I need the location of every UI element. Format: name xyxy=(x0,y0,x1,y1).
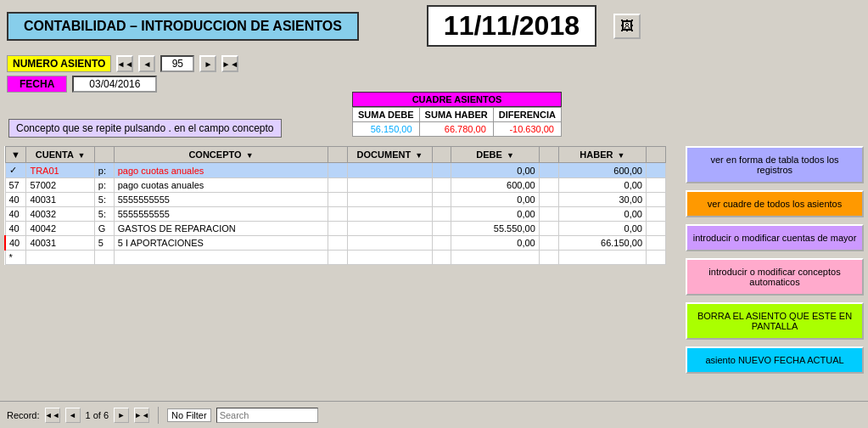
cell-doc[interactable] xyxy=(348,236,432,251)
btn-ver-cuadre[interactable]: ver cuadre de todos los asientos xyxy=(686,190,864,217)
main-table-wrapper: ▼ CUENTA ▼ CONCEPTO ▼ DOCUMENT ▼ DEBE ▼ … xyxy=(4,146,681,398)
status-nav-last[interactable]: ►◄ xyxy=(134,408,149,423)
cell-empty2 xyxy=(432,207,451,222)
cell-empty xyxy=(328,163,348,178)
app-title: CONTABILIDAD – INTRODUCCION DE ASIENTOS xyxy=(7,12,359,41)
table-row[interactable]: 40 40032 5: 5555555555 0,00 0,00 xyxy=(5,207,666,222)
btn-cuentas-mayor[interactable]: introducir o modificar cuentas de mayor xyxy=(686,224,864,251)
asiento-number-input[interactable] xyxy=(160,55,194,72)
th-empty3 xyxy=(432,147,451,163)
cell-haber[interactable]: 0,00 xyxy=(558,178,646,193)
cell-debe[interactable]: 0,00 xyxy=(451,236,539,251)
cell-doc[interactable] xyxy=(348,207,432,222)
cell-cuenta[interactable]: 40042 xyxy=(26,222,94,236)
th-haber[interactable]: HABER ▼ xyxy=(558,147,646,163)
table-row[interactable]: 40 40031 5: 5555555555 0,00 30,00 xyxy=(5,193,666,207)
btn-ver-tabla[interactable]: ver en forma de tabla todos los registro… xyxy=(686,146,864,183)
cell-concepto[interactable]: pago cuotas anuales xyxy=(114,163,328,178)
cell-new-concepto[interactable] xyxy=(114,251,328,265)
cell-empty xyxy=(328,207,348,222)
cell-haber[interactable]: 0,00 xyxy=(558,222,646,236)
cell-empty xyxy=(328,178,348,193)
cuadre-val-debe: 56.150,00 xyxy=(353,122,420,137)
cell-code: G xyxy=(94,222,114,236)
cuadre-col-debe: SUMA DEBE xyxy=(353,108,420,122)
cell-debe[interactable]: 55.550,00 xyxy=(451,222,539,236)
btn-borra-asiento[interactable]: BORRA EL ASIENTO QUE ESTE EN PANTALLA xyxy=(686,302,864,340)
status-nav-next[interactable]: ► xyxy=(114,408,129,423)
cell-new-code xyxy=(94,251,114,265)
cell-cuenta[interactable]: TRA01 xyxy=(26,163,94,178)
cell-new-haber[interactable] xyxy=(558,251,646,265)
cell-debe[interactable]: 600,00 xyxy=(451,178,539,193)
cell-cuenta[interactable]: 57002 xyxy=(26,178,94,193)
th-debe[interactable]: DEBE ▼ xyxy=(451,147,539,163)
cell-empty xyxy=(328,222,348,236)
cuadre-col-haber: SUMA HABER xyxy=(419,108,493,122)
table-row[interactable]: 57 57002 p: pago cuotas anuales 600,00 0… xyxy=(5,178,666,193)
cell-empty4 xyxy=(647,193,666,207)
cell-concepto[interactable]: GASTOS DE REPARACION xyxy=(114,222,328,236)
nav-next-btn[interactable]: ► xyxy=(199,55,216,72)
search-input[interactable] xyxy=(216,408,318,423)
th-cuenta[interactable]: CUENTA ▼ xyxy=(26,147,94,163)
cell-doc[interactable] xyxy=(348,222,432,236)
cell-empty3 xyxy=(539,178,558,193)
cell-cuenta[interactable]: 40031 xyxy=(26,193,94,207)
table-row-new[interactable]: * xyxy=(5,251,666,265)
nav-first-btn[interactable]: ◄◄ xyxy=(116,55,133,72)
cell-debe[interactable]: 0,00 xyxy=(451,163,539,178)
cell-sel: ✓ xyxy=(5,163,26,178)
status-nav-first[interactable]: ◄◄ xyxy=(45,408,60,423)
cell-sel: 40 xyxy=(5,193,26,207)
cell-haber[interactable]: 30,00 xyxy=(558,193,646,207)
cell-debe[interactable]: 0,00 xyxy=(451,207,539,222)
cell-cuenta[interactable]: 40031 xyxy=(26,236,94,251)
table-row[interactable]: ✓ TRA01 p: pago cuotas anuales 0,00 600,… xyxy=(5,163,666,178)
cell-new-debe[interactable] xyxy=(451,251,539,265)
numero-asiento-label: NUMERO ASIENTO xyxy=(7,55,111,72)
cell-new-marker: * xyxy=(5,251,26,265)
th-empty1 xyxy=(94,147,114,163)
th-concepto[interactable]: CONCEPTO ▼ xyxy=(114,147,328,163)
cuadre-val-diff: -10.630,00 xyxy=(493,122,561,137)
nav-last-btn[interactable]: ►◄ xyxy=(221,55,238,72)
cell-new-doc[interactable] xyxy=(348,251,432,265)
cell-empty3 xyxy=(539,222,558,236)
cell-doc[interactable] xyxy=(348,193,432,207)
btn-nuevo-asiento[interactable]: asiento NUEVO FECHA ACTUAL xyxy=(686,346,864,374)
main-table: ▼ CUENTA ▼ CONCEPTO ▼ DOCUMENT ▼ DEBE ▼ … xyxy=(4,146,666,265)
cuadre-table: SUMA DEBE SUMA HABER DIFERENCIA 56.150,0… xyxy=(352,107,562,137)
cell-empty2 xyxy=(432,193,451,207)
cell-empty3 xyxy=(539,207,558,222)
cell-empty4 xyxy=(647,222,666,236)
th-empty5 xyxy=(647,147,666,163)
cell-doc[interactable] xyxy=(348,163,432,178)
th-document[interactable]: DOCUMENT ▼ xyxy=(348,147,432,163)
cell-new-e4 xyxy=(647,251,666,265)
cell-empty3 xyxy=(539,193,558,207)
cell-haber[interactable]: 600,00 xyxy=(558,163,646,178)
cell-concepto[interactable]: 5555555555 xyxy=(114,193,328,207)
cell-haber[interactable]: 66.150,00 xyxy=(558,236,646,251)
cell-concepto[interactable]: pago cuotas anuales xyxy=(114,178,328,193)
btn-conceptos-auto[interactable]: introducir o modificar conceptos automat… xyxy=(686,258,864,296)
cell-haber[interactable]: 0,00 xyxy=(558,207,646,222)
cell-new-cuenta[interactable] xyxy=(26,251,94,265)
cell-concepto[interactable]: 5555555555 xyxy=(114,207,328,222)
fecha-input[interactable] xyxy=(72,76,157,93)
cell-code: p: xyxy=(94,163,114,178)
status-nav-prev[interactable]: ◄ xyxy=(65,408,81,423)
cell-doc[interactable] xyxy=(348,178,432,193)
top-icon-button[interactable]: 🖼 xyxy=(613,14,641,39)
cell-empty4 xyxy=(647,163,666,178)
cell-concepto[interactable]: 5 I APORTACIONES xyxy=(114,236,328,251)
th-empty2 xyxy=(328,147,348,163)
table-row[interactable]: 40 40031 5 5 I APORTACIONES 0,00 66.150,… xyxy=(5,236,666,251)
nav-prev-btn[interactable]: ◄ xyxy=(138,55,155,72)
cell-code: 5: xyxy=(94,193,114,207)
table-row[interactable]: 40 40042 G GASTOS DE REPARACION 55.550,0… xyxy=(5,222,666,236)
cell-debe[interactable]: 0,00 xyxy=(451,193,539,207)
cell-cuenta[interactable]: 40032 xyxy=(26,207,94,222)
cuadre-title: CUADRE ASIENTOS xyxy=(352,92,562,107)
